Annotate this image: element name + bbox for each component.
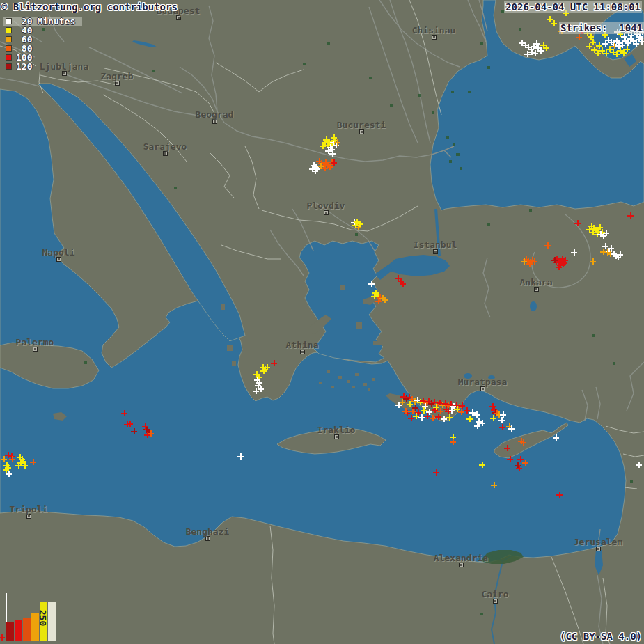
legend-color-swatch	[6, 18, 12, 24]
lightning-map-app: BudapestChisinauLjubljanaZagrebBeogradSa…	[0, 0, 644, 644]
island-limnos	[340, 285, 345, 290]
histogram-bar	[48, 602, 56, 641]
legend-row: 100	[3, 53, 82, 62]
timestamp: 2026-04-04 UTC 11:08:01	[504, 1, 642, 13]
legend-color-swatch	[6, 54, 12, 61]
island-samos	[373, 341, 382, 345]
legend-minutes-value: 120	[16, 61, 32, 72]
legend-color-swatch	[6, 27, 12, 33]
legend-row: 20Minutes	[3, 17, 82, 26]
island-chios	[356, 322, 362, 329]
strike-histogram: 250	[0, 588, 84, 644]
license-attribution: (CC BY-SA 4.0)	[560, 630, 642, 643]
lake-tuz	[530, 301, 537, 311]
lake-anatolia-1	[464, 373, 472, 379]
legend-row: 80	[3, 44, 82, 53]
legend-color-swatch	[6, 63, 12, 70]
strike-counter: Strikes: 1041	[559, 22, 644, 34]
histogram-bar	[23, 618, 31, 641]
lake-anatolia-2	[488, 375, 495, 379]
legend-color-swatch	[6, 36, 12, 42]
legend-minutes-unit: Minutes	[37, 16, 75, 26]
strike-counter-value: 1041	[619, 22, 643, 33]
copyright-text: © Blitzortung.org contributors	[1, 1, 178, 13]
legend-color-swatch	[6, 45, 12, 52]
legend-row: 120	[3, 62, 82, 71]
histogram-bar-label: 250	[38, 610, 48, 626]
histogram-bar	[15, 620, 22, 641]
map-canvas[interactable]	[0, 0, 644, 644]
legend-row: 60	[3, 35, 82, 44]
strike-counter-label: Strikes:	[560, 22, 607, 33]
legend-row: 40	[3, 26, 82, 35]
strike-age-legend: 20Minutes406080100120	[3, 17, 82, 71]
histogram-bar	[6, 622, 14, 641]
